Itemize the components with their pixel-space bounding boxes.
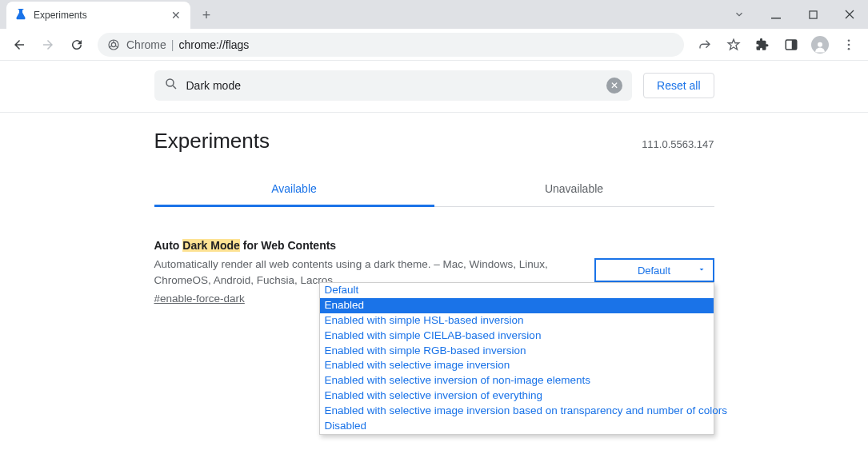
forward-button [35, 32, 61, 58]
dropdown-option[interactable]: Enabled [320, 298, 714, 313]
extensions-icon[interactable] [750, 32, 775, 58]
omnibox[interactable]: Chrome | chrome://flags [98, 33, 684, 57]
tabs: Available Unavailable [154, 173, 714, 207]
dropdown-option[interactable]: Disabled [320, 419, 714, 434]
flag-select-value: Default [638, 265, 670, 277]
toolbar: Chrome | chrome://flags [0, 29, 868, 61]
dropdown-option[interactable]: Enabled with selective inversion of non-… [320, 373, 714, 388]
tab-available[interactable]: Available [154, 173, 434, 207]
reload-button[interactable] [64, 32, 90, 58]
browser-tab[interactable]: Experiments ✕ [6, 2, 190, 29]
omnibox-url: chrome://flags [178, 38, 249, 51]
svg-point-7 [848, 39, 850, 42]
clear-search-icon[interactable]: ✕ [606, 78, 622, 94]
dropdown-option[interactable]: Enabled with simple HSL-based inversion [320, 313, 714, 329]
kebab-menu-icon[interactable] [836, 32, 862, 58]
minimize-button[interactable] [758, 2, 794, 26]
divider [0, 112, 868, 113]
tab-unavailable[interactable]: Unavailable [434, 173, 714, 206]
new-tab-button[interactable]: + [195, 4, 218, 26]
svg-point-6 [818, 42, 822, 46]
share-icon[interactable] [692, 32, 718, 58]
chevron-down-icon[interactable] [721, 2, 758, 26]
window-controls [721, 0, 868, 29]
dropdown-option[interactable]: Default [320, 283, 714, 298]
page-heading: Experiments [154, 129, 270, 153]
search-box[interactable]: ✕ [154, 70, 633, 101]
svg-rect-0 [771, 18, 781, 19]
close-window-button[interactable] [831, 2, 868, 26]
dropdown-option[interactable]: Enabled with selective inversion of ever… [320, 388, 714, 404]
toolbar-icons [692, 32, 862, 58]
svg-point-9 [848, 47, 850, 50]
chrome-icon [107, 38, 120, 51]
svg-point-3 [111, 42, 115, 46]
svg-point-8 [848, 43, 850, 46]
profile-avatar[interactable] [807, 32, 833, 58]
omnibox-proto: Chrome [126, 38, 166, 51]
close-tab-icon[interactable]: ✕ [170, 9, 182, 22]
flag-select[interactable]: Default [594, 258, 714, 282]
maximize-button[interactable] [794, 2, 831, 26]
flag-title: Auto Dark Mode for Web Contents [154, 239, 578, 252]
svg-rect-5 [792, 40, 797, 50]
chevron-down-icon [697, 265, 706, 277]
version-label: 111.0.5563.147 [642, 138, 714, 150]
reset-all-button[interactable]: Reset all [643, 73, 714, 98]
svg-point-10 [166, 79, 174, 86]
dropdown-option[interactable]: Enabled with simple CIELAB-based inversi… [320, 329, 714, 344]
flag-row: Auto Dark Mode for Web Contents Automati… [154, 239, 714, 305]
star-icon[interactable] [721, 32, 746, 58]
svg-rect-1 [809, 10, 816, 18]
dropdown-option[interactable]: Enabled with simple RGB-based inversion [320, 344, 714, 359]
flask-icon [14, 9, 27, 22]
sidepanel-icon[interactable] [778, 32, 804, 58]
titlebar: Experiments ✕ + [0, 0, 868, 29]
omnibox-separator: | [171, 38, 174, 51]
search-input[interactable] [186, 79, 607, 92]
tab-title: Experiments [34, 10, 170, 21]
back-button[interactable] [6, 32, 32, 58]
flag-dropdown[interactable]: DefaultEnabledEnabled with simple HSL-ba… [319, 282, 714, 435]
page-content: ✕ Reset all Experiments 111.0.5563.147 A… [0, 61, 868, 458]
dropdown-option[interactable]: Enabled with selective image inversion b… [320, 404, 714, 419]
dropdown-option[interactable]: Enabled with selective image inversion [320, 358, 714, 373]
search-icon [164, 77, 178, 94]
